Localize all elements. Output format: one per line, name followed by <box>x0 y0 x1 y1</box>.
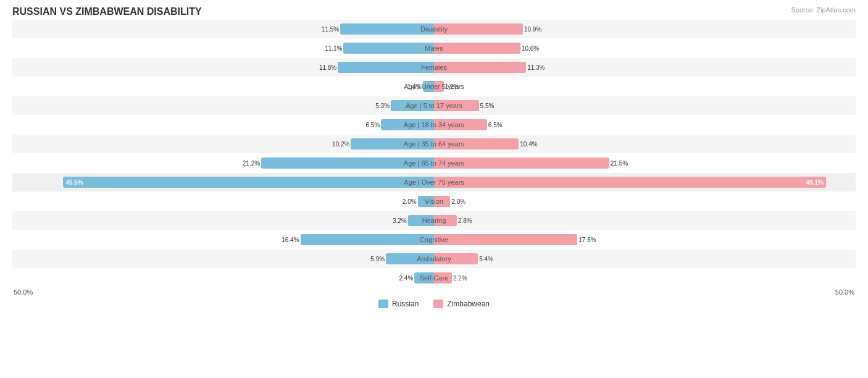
bar-right <box>434 234 577 245</box>
bar-value-left: 6.5% <box>365 122 380 128</box>
legend-russian-box <box>378 300 388 308</box>
bar-value-right: 17.6% <box>578 237 596 243</box>
bar-value-left: 21.2% <box>243 160 260 167</box>
bar-right <box>434 158 609 169</box>
bar-left <box>423 81 434 92</box>
chart-area: 11.5%10.9%Disability11.1%10.6%Males11.8%… <box>12 20 856 287</box>
bar-row: 1.4%1.2%Age | Under 5 years <box>12 77 856 96</box>
axis-labels: 50.0% 50.0% <box>12 288 856 296</box>
bar-value-left: 2.0% <box>403 198 417 205</box>
bar-left <box>391 100 434 111</box>
bar-row: 11.5%10.9%Disability <box>12 20 856 38</box>
legend: Russian Zimbabwean <box>12 300 856 308</box>
legend-russian-label: Russian <box>392 300 419 308</box>
bar-value-left: 2.4% <box>399 275 414 282</box>
bar-row: 3.2%2.8%Hearing <box>12 211 856 230</box>
bar-value-right: 2.8% <box>458 217 472 224</box>
bar-value-right: 2.0% <box>451 198 465 205</box>
bar-value-left: 45.5% <box>65 179 83 186</box>
bar-row: 21.2%21.5%Age | 65 to 74 years <box>12 154 856 172</box>
bar-left <box>338 62 434 73</box>
bar-right <box>434 81 444 92</box>
bar-value-right: 1.2% <box>445 83 459 90</box>
bar-left <box>340 23 434 35</box>
bar-value-right: 6.5% <box>488 122 503 128</box>
chart-title: RUSSIAN VS ZIMBABWEAN DISABILITY <box>12 6 856 17</box>
bar-row: 2.0%2.0%Vision <box>12 192 856 211</box>
bar-left <box>351 138 434 149</box>
bar-value-right: 10.6% <box>522 45 539 52</box>
bar-value-left: 11.5% <box>322 26 339 33</box>
bar-value-right: 48.1% <box>806 179 824 186</box>
bar-value-left: 5.9% <box>370 256 385 262</box>
bar-value-left: 10.2% <box>332 141 349 148</box>
bar-left <box>381 119 434 130</box>
bar-left <box>301 234 434 245</box>
bar-value-left: 11.1% <box>325 45 342 52</box>
bar-row: 2.4%2.2%Self-Care <box>12 269 856 287</box>
legend-zimbabwean-box <box>433 300 443 308</box>
bar-right <box>434 272 452 284</box>
bar-left <box>418 196 434 207</box>
legend-zimbabwean: Zimbabwean <box>433 300 490 308</box>
axis-left: 50.0% <box>14 288 33 296</box>
axis-right: 50.0% <box>835 288 854 296</box>
bar-left <box>261 158 434 169</box>
bar-left <box>343 43 434 54</box>
bar-row: 5.9%5.4%Ambulatory <box>12 250 856 268</box>
bar-right <box>434 253 478 264</box>
bar-left <box>414 272 434 284</box>
bar-value-right: 5.4% <box>479 256 493 262</box>
bar-value-left: 11.8% <box>319 64 336 71</box>
bar-right: 48.1% <box>434 177 826 188</box>
bar-value-right: 21.5% <box>611 160 628 167</box>
bar-row: 11.8%11.3%Females <box>12 58 856 77</box>
legend-russian: Russian <box>378 300 419 308</box>
bar-left: 45.5% <box>63 177 434 188</box>
bar-value-right: 5.5% <box>480 103 495 109</box>
chart-container: RUSSIAN VS ZIMBABWEAN DISABILITY Source:… <box>0 0 868 378</box>
bar-value-right: 10.9% <box>524 26 541 33</box>
bar-right <box>434 43 520 54</box>
bar-right <box>434 215 457 226</box>
bar-right <box>434 23 523 35</box>
bar-left <box>408 215 434 226</box>
bar-row: 5.3%5.5%Age | 5 to 17 years <box>12 96 856 115</box>
bar-row: 16.4%17.6%Cognitive <box>12 230 856 249</box>
bar-right <box>434 119 487 130</box>
bar-right <box>434 138 519 149</box>
bar-value-right: 2.2% <box>453 275 467 282</box>
bar-value-left: 1.4% <box>407 83 422 90</box>
bar-left <box>386 253 434 264</box>
bar-row: 6.5%6.5%Age | 18 to 34 years <box>12 116 856 134</box>
bar-value-left: 5.3% <box>375 103 390 109</box>
bar-value-left: 3.2% <box>393 217 407 224</box>
bar-row: 45.5%48.1%Age | Over 75 years <box>12 173 856 191</box>
bar-right <box>434 100 479 111</box>
source-text: Source: ZipAtlas.com <box>791 6 856 14</box>
bar-row: 10.2%10.4%Age | 35 to 64 years <box>12 135 856 153</box>
legend-zimbabwean-label: Zimbabwean <box>447 300 490 308</box>
bar-row: 11.1%10.6%Males <box>12 39 856 57</box>
bar-value-left: 16.4% <box>282 237 299 243</box>
bar-right <box>434 62 526 73</box>
bar-value-right: 10.4% <box>520 141 537 148</box>
bar-value-right: 11.3% <box>527 64 545 71</box>
bar-right <box>434 196 450 207</box>
